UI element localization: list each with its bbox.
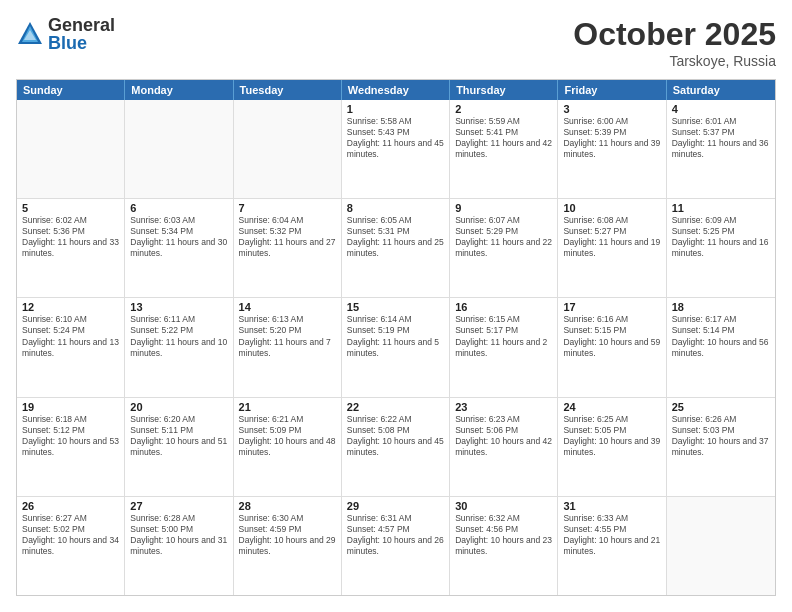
day-cell-19: 19Sunrise: 6:18 AMSunset: 5:12 PMDayligh… [17, 398, 125, 496]
day-cell-6: 6Sunrise: 6:03 AMSunset: 5:34 PMDaylight… [125, 199, 233, 297]
day-cell-20: 20Sunrise: 6:20 AMSunset: 5:11 PMDayligh… [125, 398, 233, 496]
week-row-4: 19Sunrise: 6:18 AMSunset: 5:12 PMDayligh… [17, 398, 775, 497]
day-cell-12: 12Sunrise: 6:10 AMSunset: 5:24 PMDayligh… [17, 298, 125, 396]
day-cell-31: 31Sunrise: 6:33 AMSunset: 4:55 PMDayligh… [558, 497, 666, 595]
day-number: 27 [130, 500, 227, 512]
calendar-page: General Blue October 2025 Tarskoye, Russ… [0, 0, 792, 612]
day-cell-27: 27Sunrise: 6:28 AMSunset: 5:00 PMDayligh… [125, 497, 233, 595]
day-cell-1: 1Sunrise: 5:58 AMSunset: 5:43 PMDaylight… [342, 100, 450, 198]
logo-general-label: General [48, 16, 115, 34]
day-info: Sunrise: 6:22 AMSunset: 5:08 PMDaylight:… [347, 414, 444, 458]
logo: General Blue [16, 16, 115, 52]
empty-cell [667, 497, 775, 595]
day-number: 7 [239, 202, 336, 214]
day-cell-24: 24Sunrise: 6:25 AMSunset: 5:05 PMDayligh… [558, 398, 666, 496]
day-info: Sunrise: 6:07 AMSunset: 5:29 PMDaylight:… [455, 215, 552, 259]
day-number: 8 [347, 202, 444, 214]
day-info: Sunrise: 6:21 AMSunset: 5:09 PMDaylight:… [239, 414, 336, 458]
day-cell-13: 13Sunrise: 6:11 AMSunset: 5:22 PMDayligh… [125, 298, 233, 396]
week-row-5: 26Sunrise: 6:27 AMSunset: 5:02 PMDayligh… [17, 497, 775, 595]
day-info: Sunrise: 6:26 AMSunset: 5:03 PMDaylight:… [672, 414, 770, 458]
day-cell-28: 28Sunrise: 6:30 AMSunset: 4:59 PMDayligh… [234, 497, 342, 595]
empty-cell [234, 100, 342, 198]
day-number: 17 [563, 301, 660, 313]
day-info: Sunrise: 6:08 AMSunset: 5:27 PMDaylight:… [563, 215, 660, 259]
day-info: Sunrise: 6:11 AMSunset: 5:22 PMDaylight:… [130, 314, 227, 358]
day-cell-7: 7Sunrise: 6:04 AMSunset: 5:32 PMDaylight… [234, 199, 342, 297]
day-info: Sunrise: 6:27 AMSunset: 5:02 PMDaylight:… [22, 513, 119, 557]
day-number: 22 [347, 401, 444, 413]
day-cell-9: 9Sunrise: 6:07 AMSunset: 5:29 PMDaylight… [450, 199, 558, 297]
day-number: 18 [672, 301, 770, 313]
day-number: 2 [455, 103, 552, 115]
day-info: Sunrise: 6:14 AMSunset: 5:19 PMDaylight:… [347, 314, 444, 358]
day-number: 6 [130, 202, 227, 214]
day-number: 3 [563, 103, 660, 115]
day-info: Sunrise: 6:30 AMSunset: 4:59 PMDaylight:… [239, 513, 336, 557]
col-wednesday: Wednesday [342, 80, 450, 100]
day-info: Sunrise: 6:03 AMSunset: 5:34 PMDaylight:… [130, 215, 227, 259]
day-number: 29 [347, 500, 444, 512]
day-number: 26 [22, 500, 119, 512]
week-row-2: 5Sunrise: 6:02 AMSunset: 5:36 PMDaylight… [17, 199, 775, 298]
day-cell-2: 2Sunrise: 5:59 AMSunset: 5:41 PMDaylight… [450, 100, 558, 198]
day-info: Sunrise: 6:04 AMSunset: 5:32 PMDaylight:… [239, 215, 336, 259]
week-row-3: 12Sunrise: 6:10 AMSunset: 5:24 PMDayligh… [17, 298, 775, 397]
day-cell-26: 26Sunrise: 6:27 AMSunset: 5:02 PMDayligh… [17, 497, 125, 595]
location-label: Tarskoye, Russia [573, 53, 776, 69]
empty-cell [17, 100, 125, 198]
day-number: 20 [130, 401, 227, 413]
day-info: Sunrise: 6:28 AMSunset: 5:00 PMDaylight:… [130, 513, 227, 557]
day-number: 30 [455, 500, 552, 512]
day-number: 15 [347, 301, 444, 313]
calendar-header: Sunday Monday Tuesday Wednesday Thursday… [17, 80, 775, 100]
col-sunday: Sunday [17, 80, 125, 100]
header: General Blue October 2025 Tarskoye, Russ… [16, 16, 776, 69]
day-info: Sunrise: 6:10 AMSunset: 5:24 PMDaylight:… [22, 314, 119, 358]
day-info: Sunrise: 6:33 AMSunset: 4:55 PMDaylight:… [563, 513, 660, 557]
day-info: Sunrise: 6:02 AMSunset: 5:36 PMDaylight:… [22, 215, 119, 259]
logo-text: General Blue [48, 16, 115, 52]
day-cell-3: 3Sunrise: 6:00 AMSunset: 5:39 PMDaylight… [558, 100, 666, 198]
day-cell-21: 21Sunrise: 6:21 AMSunset: 5:09 PMDayligh… [234, 398, 342, 496]
day-number: 19 [22, 401, 119, 413]
day-number: 16 [455, 301, 552, 313]
day-number: 10 [563, 202, 660, 214]
day-info: Sunrise: 6:15 AMSunset: 5:17 PMDaylight:… [455, 314, 552, 358]
day-number: 13 [130, 301, 227, 313]
day-cell-15: 15Sunrise: 6:14 AMSunset: 5:19 PMDayligh… [342, 298, 450, 396]
day-cell-16: 16Sunrise: 6:15 AMSunset: 5:17 PMDayligh… [450, 298, 558, 396]
day-info: Sunrise: 5:58 AMSunset: 5:43 PMDaylight:… [347, 116, 444, 160]
day-cell-22: 22Sunrise: 6:22 AMSunset: 5:08 PMDayligh… [342, 398, 450, 496]
logo-blue-label: Blue [48, 34, 115, 52]
day-number: 14 [239, 301, 336, 313]
day-info: Sunrise: 6:01 AMSunset: 5:37 PMDaylight:… [672, 116, 770, 160]
day-cell-30: 30Sunrise: 6:32 AMSunset: 4:56 PMDayligh… [450, 497, 558, 595]
day-cell-4: 4Sunrise: 6:01 AMSunset: 5:37 PMDaylight… [667, 100, 775, 198]
day-cell-25: 25Sunrise: 6:26 AMSunset: 5:03 PMDayligh… [667, 398, 775, 496]
day-number: 1 [347, 103, 444, 115]
day-cell-5: 5Sunrise: 6:02 AMSunset: 5:36 PMDaylight… [17, 199, 125, 297]
day-info: Sunrise: 6:17 AMSunset: 5:14 PMDaylight:… [672, 314, 770, 358]
day-info: Sunrise: 6:23 AMSunset: 5:06 PMDaylight:… [455, 414, 552, 458]
day-cell-29: 29Sunrise: 6:31 AMSunset: 4:57 PMDayligh… [342, 497, 450, 595]
col-thursday: Thursday [450, 80, 558, 100]
col-monday: Monday [125, 80, 233, 100]
week-row-1: 1Sunrise: 5:58 AMSunset: 5:43 PMDaylight… [17, 100, 775, 199]
day-cell-8: 8Sunrise: 6:05 AMSunset: 5:31 PMDaylight… [342, 199, 450, 297]
day-number: 4 [672, 103, 770, 115]
day-info: Sunrise: 6:05 AMSunset: 5:31 PMDaylight:… [347, 215, 444, 259]
day-number: 9 [455, 202, 552, 214]
logo-icon [16, 20, 44, 48]
day-info: Sunrise: 6:00 AMSunset: 5:39 PMDaylight:… [563, 116, 660, 160]
day-cell-14: 14Sunrise: 6:13 AMSunset: 5:20 PMDayligh… [234, 298, 342, 396]
day-number: 28 [239, 500, 336, 512]
day-number: 31 [563, 500, 660, 512]
day-number: 12 [22, 301, 119, 313]
day-number: 21 [239, 401, 336, 413]
day-info: Sunrise: 6:16 AMSunset: 5:15 PMDaylight:… [563, 314, 660, 358]
month-title: October 2025 [573, 16, 776, 53]
day-info: Sunrise: 6:31 AMSunset: 4:57 PMDaylight:… [347, 513, 444, 557]
day-info: Sunrise: 6:09 AMSunset: 5:25 PMDaylight:… [672, 215, 770, 259]
day-info: Sunrise: 6:18 AMSunset: 5:12 PMDaylight:… [22, 414, 119, 458]
